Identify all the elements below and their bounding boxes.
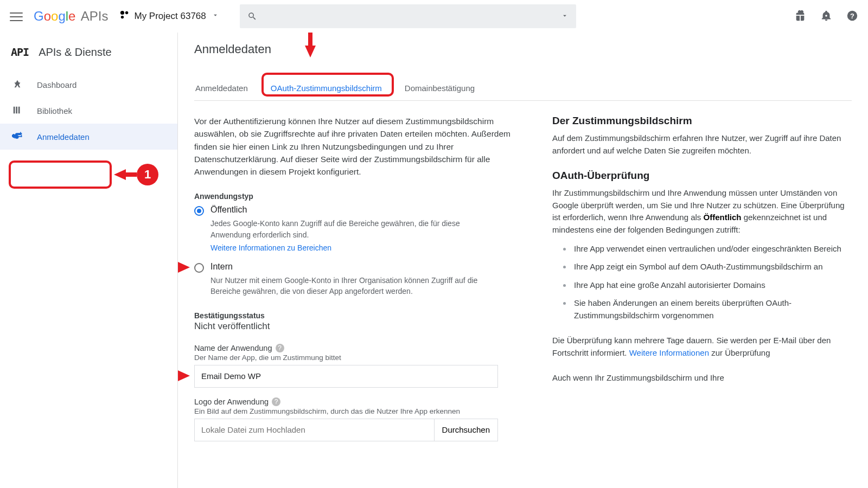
status-label: Bestätigungsstatus (194, 311, 520, 320)
annotation-arrow (305, 46, 316, 57)
radio-internal-desc: Nur Nutzer mit einem Google-Konto in Ihr… (210, 275, 482, 297)
list-item: Ihre App hat eine große Anzahl autorisie… (572, 279, 852, 291)
main-content: Anmeldedaten Anmeldedaten OAuth-Zustimmu… (178, 33, 868, 488)
form-column: Vor der Authentifizierung können Ihre Nu… (194, 115, 520, 441)
tab-oauth-consent[interactable]: OAuth-Zustimmungsbildschirm (270, 77, 383, 100)
logo-file-input[interactable] (194, 419, 435, 441)
consent-heading: Der Zustimmungsbildschirm (552, 115, 852, 127)
info-column: Der Zustimmungsbildschirm Auf dem Zustim… (552, 115, 852, 441)
list-item: Sie haben Änderungen an einem bereits üb… (572, 297, 852, 322)
sidebar-title: APIs & Dienste (39, 46, 112, 59)
truncated-text: Auch wenn Ihr Zustimmungsbildschirm und … (552, 372, 852, 384)
radio-internal-row[interactable]: Intern (194, 262, 520, 273)
search-input[interactable] (240, 4, 576, 28)
svg-rect-6 (14, 106, 15, 113)
svg-point-0 (120, 10, 124, 14)
svg-point-2 (121, 15, 124, 18)
app-name-label: Name der Anwendung ? (194, 344, 520, 352)
api-logo: API (11, 46, 29, 59)
sidebar-item-credentials[interactable]: Anmeldedaten (0, 124, 177, 150)
logo-label: Logo der Anwendung ? (194, 397, 520, 406)
gift-icon[interactable] (794, 10, 806, 23)
app-name-sub: Der Name der App, die um Zustimmung bitt… (194, 354, 520, 362)
tab-domain-verification[interactable]: Domainbestätigung (404, 77, 476, 100)
scopes-link[interactable]: Weitere Informationen zu Bereichen (210, 242, 482, 253)
radio-public-row[interactable]: Öffentlich (194, 205, 520, 216)
app-type-label: Anwendungstyp (194, 192, 520, 201)
status-value: Nicht veröffentlicht (194, 321, 520, 332)
radio-internal-label: Intern (210, 262, 233, 272)
header: Google APIs My Project 63768 ? (0, 0, 868, 33)
menu-icon[interactable] (10, 10, 23, 23)
annotation-arrow (114, 169, 126, 180)
annotation-badge: 1 (137, 164, 158, 185)
sidebar-item-dashboard[interactable]: Dashboard (0, 72, 177, 98)
library-icon (12, 105, 23, 117)
conditions-list: Ihre App verwendet einen vertraulichen u… (572, 242, 852, 322)
svg-point-3 (825, 15, 827, 17)
intro-text: Vor der Authentifizierung können Ihre Nu… (194, 115, 520, 178)
tabs: Anmeldedaten OAuth-Zustimmungsbildschirm… (194, 77, 852, 101)
radio-public-desc: Jedes Google-Konto kann Zugriff auf die … (210, 218, 482, 240)
verify-duration-text: Die Überprüfung kann mehrere Tage dauern… (552, 335, 852, 359)
key-icon (12, 131, 23, 143)
project-selector[interactable]: My Project 63768 (120, 10, 219, 23)
svg-point-1 (125, 11, 128, 14)
dashboard-icon (12, 79, 23, 91)
annotation-arrow (308, 33, 312, 47)
notification-icon[interactable] (820, 10, 832, 23)
list-item: Ihre App verwendet einen vertraulichen u… (572, 242, 852, 255)
svg-rect-7 (16, 106, 17, 113)
radio-public[interactable] (194, 206, 204, 216)
help-icon[interactable]: ? (272, 397, 280, 406)
svg-rect-8 (18, 106, 20, 113)
oauth-verify-text: Ihr Zustimmungsbildschirm und Ihre Anwen… (552, 187, 852, 236)
search-icon (247, 11, 257, 21)
consent-text: Auf dem Zustimmungsbildschirm erfahren I… (552, 132, 852, 157)
oauth-verify-heading: OAuth-Überprüfung (552, 170, 852, 182)
annotation-arrow (178, 262, 190, 273)
svg-text:?: ? (850, 11, 854, 20)
logo-sub: Ein Bild auf dem Zustimmungsbildschirm, … (194, 407, 520, 415)
browse-button[interactable]: Durchsuchen (435, 419, 498, 441)
annotation-arrow (178, 370, 190, 381)
caret-down-icon[interactable] (561, 12, 569, 21)
tab-credentials[interactable]: Anmeldedaten (194, 77, 249, 100)
project-name: My Project 63768 (134, 11, 206, 22)
app-name-input[interactable] (194, 365, 498, 388)
page-title: Anmeldedaten (194, 42, 852, 56)
annotation-box (9, 160, 112, 189)
google-apis-logo[interactable]: Google APIs (34, 9, 108, 24)
list-item: Ihre App zeigt ein Symbol auf dem OAuth-… (572, 260, 852, 273)
radio-public-label: Öffentlich (210, 205, 247, 215)
more-info-link[interactable]: Weitere Informationen (629, 348, 709, 357)
radio-internal[interactable] (194, 263, 204, 273)
project-icon (120, 10, 130, 23)
sidebar: API APIs & Dienste Dashboard Bibliothek … (0, 33, 178, 488)
help-icon[interactable]: ? (276, 344, 284, 352)
svg-rect-11 (21, 134, 22, 137)
caret-down-icon (212, 11, 219, 22)
help-icon[interactable]: ? (846, 10, 858, 23)
sidebar-item-library[interactable]: Bibliothek (0, 98, 177, 124)
